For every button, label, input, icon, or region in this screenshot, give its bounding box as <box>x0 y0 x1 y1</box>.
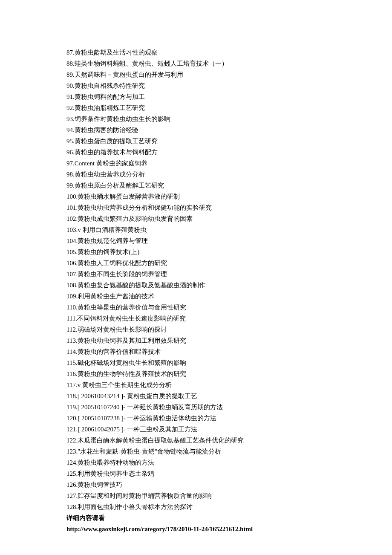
list-item: 115.磁化杯磁场对黄粉虫生长和繁殖的影响 <box>66 357 326 368</box>
list-item: 113.黄粉虫幼虫饲养及其加工利用效果研究 <box>66 335 326 346</box>
list-item: 92.黄粉虫油脂精炼工艺研究 <box>66 102 326 113</box>
list-item: 87.黄粉虫龄期及生活习性的观察 <box>66 47 326 58</box>
list-item: 101.黄粉虫幼虫营养成分分析和保健功能的实验研究 <box>66 202 326 213</box>
list-item: 102.黄粉虫成虫繁殖力及影响幼虫发育的因素 <box>66 213 326 224</box>
list-item: 126.黄粉虫饲管技巧 <box>66 479 326 490</box>
list-item: 118.[ 200610043214 ]- 黄粉虫蛋白质的提取工艺 <box>66 390 326 402</box>
list-item: 112.弱磁场对黄粉虫生长影响的探讨 <box>66 324 326 335</box>
list-item: 95.黄粉虫蛋白质的提取工艺研究 <box>66 136 326 147</box>
list-item: 110.黄粉虫等昆虫的营养价值与食用性研究 <box>66 302 326 313</box>
list-item: 106.黄粉虫人工饲料优化配方的研究 <box>66 257 326 269</box>
list-item: 98.黄粉虫幼虫营养成分分析 <box>66 169 326 180</box>
list-item: 125.利用黄粉虫饲养生态土杂鸡 <box>66 468 326 479</box>
list-item: 105.黄粉虫的饲养技术(上) <box>66 246 326 257</box>
footer-label: 详细内容请看 <box>66 512 326 523</box>
list-item: 93.饲养条件对黄粉虫幼虫生长的影响 <box>66 113 326 124</box>
list-item: 120.[ 200510107238 ]- 一种运输黄粉虫活体幼虫的方法 <box>66 413 326 424</box>
list-item: 90.黄粉虫自相残杀特性研究 <box>66 80 326 91</box>
list-item: 114.黄粉虫的营养价值和喂养技术 <box>66 346 326 357</box>
list-item: 97.Content 黄粉虫的家庭饲养 <box>66 158 326 169</box>
list-item: 109.利用黄粉虫生产酱油的技术 <box>66 291 326 302</box>
list-item: 124.黄粉虫喂养特种动物的方法 <box>66 457 326 468</box>
list-item: 104.黄粉虫规范化饲养与管理 <box>66 235 326 246</box>
list-item: 122.木瓜蛋白酶水解黄粉虫蛋白提取氨基酸工艺条件优化的研究 <box>66 435 326 446</box>
list-item: 117.v 黄粉虫三个生长期生化成分分析 <box>66 379 326 390</box>
list-item: 121.[ 200610042075 ]- 一种三虫粉及其加工方法 <box>66 424 326 435</box>
list-item: 100.黄粉虫蛹水解蛋白发酵营养液的研制 <box>66 191 326 202</box>
list-item: 107.黄粉虫不同生长阶段的饲养管理 <box>66 269 326 280</box>
list-item: 91.黄粉虫饲料的配方与加工 <box>66 91 326 102</box>
footer-url: http://www.gaoxinkeji.com/category/178/2… <box>66 523 326 535</box>
list-item: 99.黄粉虫原白分析及酶解工艺研究 <box>66 180 326 191</box>
list-item: 88.蛙类生物饵料蝇蛆、黄粉虫、蚯蚓人工培育技术（一） <box>66 58 326 69</box>
list-item: 89.天然调味料－黄粉虫蛋白的开发与利用 <box>66 69 326 80</box>
list-item: 94.黄粉虫病害的防治经验 <box>66 124 326 136</box>
list-item: 96.黄粉虫的箱养技术与饲料配方 <box>66 147 326 158</box>
list-item: 111.不同饵料对黄粉虫生长速度影响的研究 <box>66 313 326 324</box>
list-item: 103.v 利用白酒糟养殖黄粉虫 <box>66 224 326 235</box>
list-item: 127.贮存温度和时间对黄粉甲蛹营养物质含量的影响 <box>66 490 326 501</box>
list-item: 128.利用面包虫制作小兽头骨标本方法的探讨 <box>66 501 326 512</box>
list-item: 116.黄粉虫的生物学特性及养殖技术的研究 <box>66 368 326 379</box>
list-item: 123."水花生和麦麸-黄粉虫-黄鳝"食物链物流与能流分析 <box>66 446 326 457</box>
list-item: 119.[ 200510107240 ]- 一种延长黄粉虫蛹发育历期的方法 <box>66 402 326 413</box>
list-item: 108.黄粉虫复合氨基酸的提取及氨基酸虫酒的制作 <box>66 280 326 291</box>
